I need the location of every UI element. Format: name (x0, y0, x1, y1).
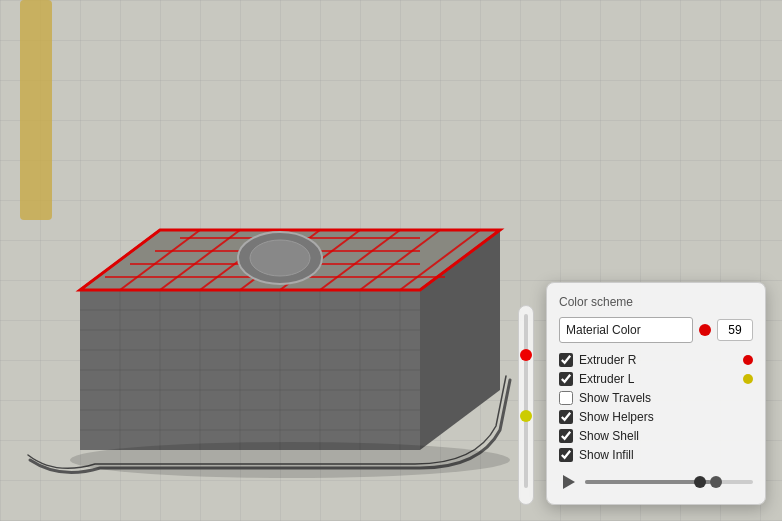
show-helpers-row: Show Helpers (559, 410, 753, 424)
show-infill-checkbox[interactable] (559, 448, 573, 462)
vertical-layer-slider[interactable] (518, 305, 534, 505)
show-infill-row: Show Infill (559, 448, 753, 462)
color-scheme-dropdown[interactable]: Material Color Line Type Speed Layer (559, 317, 693, 343)
extruder-l-label: Extruder L (579, 372, 737, 386)
playback-row (559, 472, 753, 492)
extruder-r-row: Extruder R (559, 353, 753, 367)
layer-value-input[interactable] (717, 319, 753, 341)
vertical-slider-track[interactable] (524, 314, 528, 488)
color-scheme-panel: Color scheme Material Color Line Type Sp… (546, 282, 766, 505)
extruder-r-checkbox[interactable] (559, 353, 573, 367)
svg-point-39 (250, 240, 310, 276)
show-travels-checkbox[interactable] (559, 391, 573, 405)
show-helpers-label: Show Helpers (579, 410, 753, 424)
extruder-l-checkbox[interactable] (559, 372, 573, 386)
show-shell-label: Show Shell (579, 429, 753, 443)
show-helpers-checkbox[interactable] (559, 410, 573, 424)
playback-slider-fill (585, 480, 711, 484)
3d-viewport[interactable]: Color scheme Material Color Line Type Sp… (0, 0, 782, 521)
extruder-l-color (743, 374, 753, 384)
extruder-r-color (743, 355, 753, 365)
show-travels-row: Show Travels (559, 391, 753, 405)
playback-thumb-left[interactable] (694, 476, 706, 488)
vertical-slider-thumb-red[interactable] (520, 349, 532, 361)
show-travels-label: Show Travels (579, 391, 753, 405)
color-scheme-dropdown-row: Material Color Line Type Speed Layer (559, 317, 753, 343)
show-shell-checkbox[interactable] (559, 429, 573, 443)
playback-thumb-right[interactable] (710, 476, 722, 488)
play-icon (563, 475, 575, 489)
svg-point-40 (70, 442, 510, 478)
playback-slider-track[interactable] (585, 480, 753, 484)
extruder-r-dot (699, 324, 711, 336)
playback-slider-container (585, 480, 753, 484)
playback-thumb-group (694, 476, 722, 488)
vertical-slider-thumb-yellow[interactable] (520, 410, 532, 422)
svg-rect-2 (20, 0, 52, 220)
extruder-r-label: Extruder R (579, 353, 737, 367)
play-button[interactable] (559, 472, 579, 492)
show-shell-row: Show Shell (559, 429, 753, 443)
extruder-l-row: Extruder L (559, 372, 753, 386)
panel-title: Color scheme (559, 295, 753, 309)
show-infill-label: Show Infill (579, 448, 753, 462)
